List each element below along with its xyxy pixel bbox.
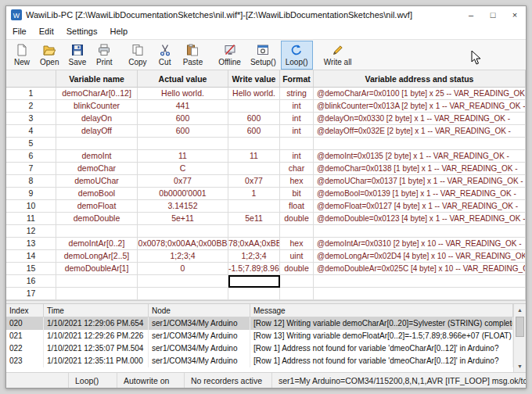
cell-num[interactable]: 16 [6,275,56,288]
log-row[interactable]: 0201/10/2021 12:29:06 PM.654ser1/COM34/M… [6,317,513,330]
header-actual-value[interactable]: Actual value [138,70,228,88]
cell-name[interactable] [56,138,138,150]
cell-name[interactable]: demoLongAr[2..5] [56,250,138,263]
cell-name[interactable]: demoDoubleAr[1] [56,263,138,275]
cell-num[interactable]: 8 [6,175,56,188]
log-header-index[interactable]: Index [6,304,44,317]
cell-num[interactable]: 5 [6,138,56,150]
cell-status[interactable]: @delayOff=0x032E [2 byte] x 1 -- VAR_REA… [314,125,526,138]
cell-actual[interactable]: 11 [138,150,228,163]
toolbar-cut-button[interactable]: Cut [152,41,178,70]
cell-num[interactable]: 2 [6,100,56,113]
cell-name[interactable]: demoBool [56,188,138,200]
cell-write[interactable]: 1 [228,188,280,200]
cell-format[interactable]: double [280,213,314,225]
cell-format[interactable]: uint [280,250,314,263]
cell-actual[interactable]: 3.14152 [138,200,228,213]
cell-write[interactable]: 5e11 [228,213,280,225]
cell-actual[interactable] [138,225,228,238]
cell-actual[interactable] [138,288,228,300]
log-header-time[interactable]: Time [44,304,149,317]
cell-format[interactable]: bit [280,188,314,200]
toolbar-new-button[interactable]: New [9,41,35,70]
cell-write[interactable]: 0x77 [228,175,280,188]
cell-format[interactable]: int [280,100,314,113]
cell-status[interactable] [314,288,526,300]
scroll-up-icon[interactable]: ▲ [514,304,526,316]
toolbar-loop-button[interactable]: Loop() [281,41,313,70]
cell-write[interactable]: 600 [228,113,280,125]
cell-status[interactable]: @demoBool=0x0139 [1 byte] x 1 -- VAR_REA… [314,188,526,200]
cell-write[interactable] [228,100,280,113]
cell-num[interactable]: 6 [6,150,56,163]
log-header-node[interactable]: Node [149,304,250,317]
cell-write[interactable] [228,288,280,300]
cell-name[interactable]: demoUChar [56,175,138,188]
log-row[interactable]: 0231/10/2021 12:35:11 PM.000ser1/COM34/M… [6,355,513,367]
cell-format[interactable] [280,225,314,238]
log-row[interactable]: 0221/10/2021 12:35:07 PM.504ser1/COM34/M… [6,342,513,355]
toolbar-copy-button[interactable]: Copy [124,41,151,70]
toolbar-setup-button[interactable]: Setup() [246,41,281,70]
cell-write[interactable] [228,225,280,238]
cell-format[interactable]: string [280,88,314,100]
cell-name[interactable]: demoCharAr[0..12] [56,88,138,100]
cell-actual[interactable]: 600 [138,125,228,138]
cell-format[interactable] [280,288,314,300]
cell-num[interactable]: 4 [6,125,56,138]
cell-actual[interactable]: 0 [138,263,228,275]
cell-actual[interactable]: 0x0078;0x00AA;0x00BB [138,238,228,250]
menu-edit[interactable]: Edit [33,25,60,38]
cell-format[interactable]: hex [280,238,314,250]
scroll-track[interactable] [514,316,526,360]
cell-format[interactable]: char [280,163,314,175]
cell-status[interactable]: @demoInt=0x0135 [2 byte] x 1 -- VAR_READ… [314,150,526,163]
cell-status[interactable]: @demoChar=0x0138 [1 byte] x 1 -- VAR_REA… [314,163,526,175]
cell-name[interactable]: delayOn [56,113,138,125]
cell-name[interactable]: demoFloat [56,200,138,213]
cell-actual[interactable] [138,275,228,288]
log-row[interactable]: 0211/10/2021 12:29:26 PM.226ser1/COM34/M… [6,330,513,342]
menu-file[interactable]: File [6,25,33,38]
cell-actual[interactable]: 0x77 [138,175,228,188]
cell-actual[interactable]: Hello world. [138,88,228,100]
cell-name[interactable]: delayOff [56,125,138,138]
cell-write[interactable]: 78;0xAA;0xBB [228,238,280,250]
toolbar-open-button[interactable]: Open [35,41,63,70]
cell-write[interactable] [228,138,280,150]
header-variable-name[interactable]: Variable name [56,70,138,88]
cell-status[interactable]: @demoDouble=0x0123 [4 byte] x 1 -- VAR_R… [314,213,526,225]
cell-write[interactable] [228,200,280,213]
cell-status[interactable]: @demoCharAr=0x0100 [1 byte] x 25 -- VAR_… [314,88,526,100]
cell-status[interactable]: @demoFloat=0x0127 [4 byte] x 1 -- VAR_RE… [314,200,526,213]
cell-actual[interactable]: 600 [138,113,228,125]
cell-num[interactable]: 3 [6,113,56,125]
cell-format[interactable] [280,275,314,288]
cell-status[interactable] [314,138,526,150]
cell-status[interactable] [314,275,526,288]
cell-status[interactable] [314,225,526,238]
cell-write[interactable]: 11 [228,150,280,163]
toolbar-offline-button[interactable]: Offline [214,41,246,70]
menu-help[interactable]: Help [103,25,134,38]
cell-num[interactable]: 13 [6,238,56,250]
cell-actual[interactable]: 5e+11 [138,213,228,225]
cell-name[interactable]: demoDouble [56,213,138,225]
cell-status[interactable]: @demoIntAr=0x0310 [2 byte] x 10 -- VAR_R… [314,238,526,250]
cell-name[interactable] [56,225,138,238]
scroll-thumb[interactable] [516,317,524,337]
title-bar[interactable]: W WawiLib-PC [Z:\WawiLibDocumentationSke… [6,6,526,23]
cell-format[interactable]: int [280,150,314,163]
cell-actual[interactable]: 441 [138,100,228,113]
header-format[interactable]: Format [280,70,314,88]
cell-num[interactable]: 7 [6,163,56,175]
cell-write[interactable] [228,275,280,288]
cell-name[interactable]: blinkCounter [56,100,138,113]
cell-actual[interactable] [138,138,228,150]
cell-name[interactable] [56,288,138,300]
cell-format[interactable]: hex [280,175,314,188]
cell-num[interactable]: 15 [6,263,56,275]
header-variable-address[interactable]: Variable address and status [314,70,526,88]
maximize-button[interactable]: □ [482,6,504,23]
cell-actual[interactable]: C [138,163,228,175]
